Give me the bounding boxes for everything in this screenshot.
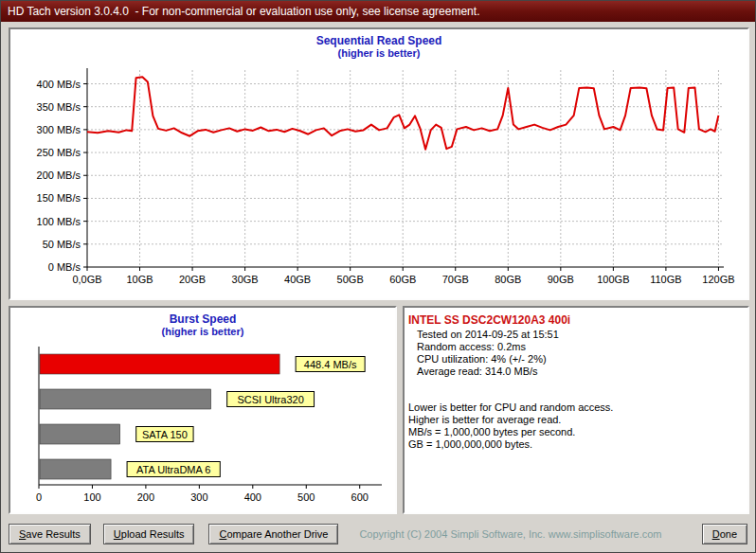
svg-text:0 MB/s: 0 MB/s bbox=[48, 261, 81, 273]
note-gb-definition: GB = 1,000,000,000 bytes. bbox=[408, 438, 744, 451]
info-average-read: Average read: 314.0 MB/s bbox=[408, 366, 744, 378]
sequential-read-panel: Sequential Read Speed (higher is better)… bbox=[9, 27, 749, 300]
compare-another-drive-button[interactable]: Compare Another Drive bbox=[208, 524, 338, 544]
svg-text:100GB: 100GB bbox=[597, 274, 629, 285]
burst-chart-title: Burst Speed bbox=[10, 312, 395, 326]
drive-info-panel: INTEL SS DSC2CW120A3 400i Tested on 2014… bbox=[403, 306, 749, 514]
svg-text:400: 400 bbox=[244, 491, 261, 503]
info-cpu-utilization: CPU utilization: 4% (+/- 2%) bbox=[408, 353, 744, 366]
upload-label: pload Results bbox=[121, 528, 185, 540]
svg-text:400 MB/s: 400 MB/s bbox=[37, 79, 81, 90]
note-lower-better: Lower is better for CPU and random acces… bbox=[408, 401, 744, 414]
save-label: ave Results bbox=[26, 528, 80, 540]
sequential-read-chart: 0,0GB10GB20GB30GB40GB50GB60GB70GB80GB90G… bbox=[11, 61, 747, 299]
svg-text:300: 300 bbox=[190, 491, 207, 503]
burst-chart-subtitle: (higher is better) bbox=[10, 326, 395, 337]
svg-text:SATA 150: SATA 150 bbox=[142, 429, 188, 440]
info-spacer bbox=[408, 378, 744, 401]
seq-chart-subtitle: (higher is better) bbox=[10, 47, 747, 59]
done-accel: D bbox=[712, 528, 720, 540]
window-title: HD Tach version 3.0.4.0 - For non-commer… bbox=[8, 5, 479, 18]
svg-text:50GB: 50GB bbox=[337, 274, 364, 285]
info-random-access: Random access: 0.2ms bbox=[408, 341, 744, 353]
copyright-text: Copyright (C) 2004 Simpli Software, Inc.… bbox=[359, 528, 661, 540]
svg-text:50 MB/s: 50 MB/s bbox=[43, 239, 81, 250]
svg-text:SCSI Ultra320: SCSI Ultra320 bbox=[237, 394, 303, 405]
svg-text:200 MB/s: 200 MB/s bbox=[37, 169, 81, 181]
svg-text:90GB: 90GB bbox=[548, 274, 574, 285]
svg-text:448.4 MB/s: 448.4 MB/s bbox=[304, 359, 357, 370]
svg-text:600: 600 bbox=[351, 491, 369, 503]
info-tested-on: Tested on 2014-09-25 at 15:51 bbox=[408, 329, 744, 341]
svg-text:300 MB/s: 300 MB/s bbox=[37, 124, 81, 135]
compare-label: ompare Another Drive bbox=[226, 528, 328, 540]
svg-text:500: 500 bbox=[297, 491, 315, 503]
burst-speed-chart: 0100200300400500600448.4 MB/sSCSI Ultra3… bbox=[12, 341, 393, 509]
svg-text:100: 100 bbox=[83, 491, 100, 503]
burst-bar bbox=[40, 389, 211, 409]
note-mbs-definition: MB/s = 1,000,000 bytes per second. bbox=[408, 426, 744, 438]
svg-text:0: 0 bbox=[36, 491, 42, 503]
burst-bar bbox=[40, 459, 111, 479]
svg-text:40GB: 40GB bbox=[284, 274, 311, 285]
hdtach-window: HD Tach version 3.0.4.0 - For non-commer… bbox=[0, 0, 756, 553]
burst-speed-panel: Burst Speed (higher is better) 010020030… bbox=[9, 306, 397, 514]
title-bar[interactable]: HD Tach version 3.0.4.0 - For non-commer… bbox=[1, 1, 755, 22]
svg-text:250 MB/s: 250 MB/s bbox=[37, 147, 81, 158]
done-label: one bbox=[720, 528, 737, 540]
svg-text:200: 200 bbox=[137, 491, 154, 503]
svg-text:20GB: 20GB bbox=[179, 274, 206, 285]
drive-name: INTEL SS DSC2CW120A3 400i bbox=[408, 313, 744, 327]
svg-text:150 MB/s: 150 MB/s bbox=[37, 192, 81, 204]
note-higher-better: Higher is better for average read. bbox=[408, 414, 744, 426]
svg-text:120GB: 120GB bbox=[702, 274, 734, 285]
svg-text:80GB: 80GB bbox=[495, 274, 521, 285]
svg-text:110GB: 110GB bbox=[650, 274, 681, 285]
upload-results-button[interactable]: Upload Results bbox=[103, 524, 195, 544]
svg-text:70GB: 70GB bbox=[442, 274, 469, 285]
svg-text:350 MB/s: 350 MB/s bbox=[37, 101, 81, 113]
upload-accel: U bbox=[114, 528, 121, 540]
done-button[interactable]: Done bbox=[702, 524, 747, 544]
svg-text:ATA UltraDMA 6: ATA UltraDMA 6 bbox=[136, 464, 210, 475]
burst-bar bbox=[40, 354, 279, 374]
footer-bar: Save Results Upload Results Compare Anot… bbox=[1, 520, 756, 548]
save-results-button[interactable]: Save Results bbox=[9, 524, 91, 544]
svg-text:100 MB/s: 100 MB/s bbox=[37, 216, 81, 227]
svg-text:0,0GB: 0,0GB bbox=[72, 274, 101, 285]
svg-text:30GB: 30GB bbox=[232, 274, 259, 285]
svg-text:60GB: 60GB bbox=[389, 274, 416, 285]
seq-chart-title: Sequential Read Speed bbox=[10, 34, 747, 47]
svg-text:10GB: 10GB bbox=[126, 274, 153, 285]
burst-bar bbox=[40, 424, 120, 444]
